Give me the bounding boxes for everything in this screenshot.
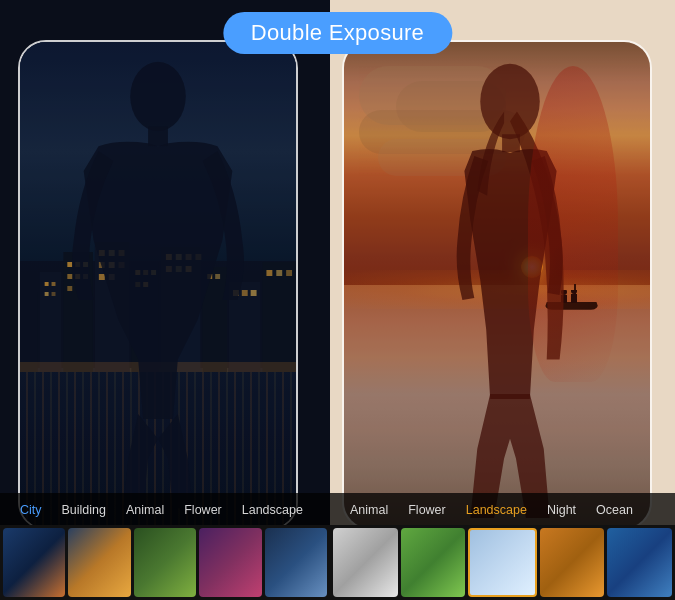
thumb-animal-right[interactable] — [333, 528, 398, 597]
left-cat-flower[interactable]: Flower — [174, 503, 232, 517]
app-container: City Building Animal Flower Landscape — [0, 0, 675, 600]
svg-rect-56 — [502, 134, 520, 152]
svg-rect-11 — [45, 292, 49, 296]
svg-rect-46 — [276, 270, 282, 276]
thumb-night-right[interactable] — [540, 528, 605, 597]
right-category-list: Animal Flower Landscape Night Ocean — [330, 503, 675, 517]
svg-rect-9 — [45, 282, 49, 286]
svg-rect-47 — [286, 270, 292, 276]
left-category-list: City Building Animal Flower Landscape — [0, 503, 330, 517]
right-cat-flower[interactable]: Flower — [398, 503, 456, 517]
thumb-landscape-left[interactable] — [265, 528, 327, 597]
svg-rect-12 — [52, 292, 56, 296]
left-photo — [20, 42, 296, 528]
left-thumbnails — [0, 525, 330, 600]
left-category-bar: City Building Animal Flower Landscape — [0, 493, 330, 525]
thumb-landscape-right[interactable] — [468, 528, 537, 597]
left-phone-frame — [18, 40, 298, 530]
right-photo — [344, 42, 650, 528]
right-panel: Animal Flower Landscape Night Ocean — [330, 0, 675, 600]
right-thumbnails — [330, 525, 675, 600]
svg-rect-45 — [266, 270, 272, 276]
app-title: Double Exposure — [251, 20, 424, 45]
thumb-city[interactable] — [3, 528, 65, 597]
left-cat-landscape[interactable]: Landscape — [232, 503, 313, 517]
thumb-ocean-right[interactable] — [607, 528, 672, 597]
thumb-animal[interactable] — [134, 528, 196, 597]
right-phone-frame — [342, 40, 652, 530]
thumb-flower-right[interactable] — [401, 528, 466, 597]
right-cat-landscape[interactable]: Landscape — [456, 503, 537, 517]
svg-point-49 — [130, 62, 186, 131]
left-cat-city[interactable]: City — [10, 503, 52, 517]
title-bar: Double Exposure — [223, 12, 452, 54]
right-cat-ocean[interactable]: Ocean — [586, 503, 643, 517]
svg-rect-0 — [20, 292, 38, 372]
right-category-bar: Animal Flower Landscape Night Ocean — [330, 493, 675, 525]
svg-rect-8 — [262, 262, 296, 372]
left-cat-animal[interactable]: Animal — [116, 503, 174, 517]
right-cat-animal[interactable]: Animal — [340, 503, 398, 517]
left-panel: City Building Animal Flower Landscape — [0, 0, 330, 600]
svg-rect-10 — [52, 282, 56, 286]
svg-point-55 — [481, 64, 541, 139]
right-cat-night[interactable]: Night — [537, 503, 586, 517]
thumb-building[interactable] — [68, 528, 130, 597]
svg-rect-50 — [148, 126, 168, 146]
left-cat-building[interactable]: Building — [52, 503, 116, 517]
thumb-flower-left[interactable] — [199, 528, 261, 597]
